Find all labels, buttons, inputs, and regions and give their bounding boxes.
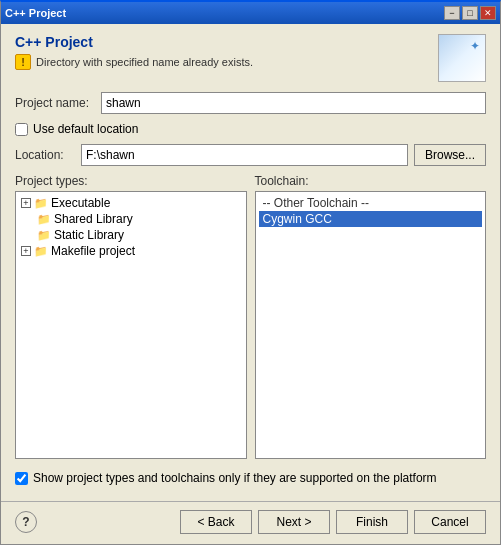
tree-item-shared-library[interactable]: 📁 Shared Library	[19, 211, 243, 227]
content-area: C++ Project ! Directory with specified n…	[1, 24, 500, 499]
footer-buttons: < Back Next > Finish Cancel	[180, 510, 486, 534]
window-title: C++ Project	[15, 34, 253, 50]
panels-area: Project types: + 📁 Executable 📁 Shared L…	[15, 174, 486, 459]
folder-icon-shared-library: 📁	[37, 213, 51, 226]
warning-icon: !	[15, 54, 31, 70]
footer-divider	[1, 501, 500, 502]
footer: ? < Back Next > Finish Cancel	[1, 504, 500, 544]
back-button[interactable]: < Back	[180, 510, 252, 534]
project-name-row: Project name:	[15, 92, 486, 114]
tree-text-executable: Executable	[51, 196, 110, 210]
browse-button[interactable]: Browse...	[414, 144, 486, 166]
maximize-button[interactable]: □	[462, 6, 478, 20]
location-label: Location:	[15, 148, 75, 162]
platform-filter-label: Show project types and toolchains only i…	[33, 471, 437, 485]
titlebar: C++ Project − □ ✕	[1, 2, 500, 24]
use-default-checkbox[interactable]	[15, 123, 28, 136]
folder-icon-static-library: 📁	[37, 229, 51, 242]
tree-item-makefile[interactable]: + 📁 Makefile project	[19, 243, 243, 259]
location-input[interactable]	[81, 144, 408, 166]
expand-icon-makefile[interactable]: +	[21, 246, 31, 256]
project-types-section: Project types: + 📁 Executable 📁 Shared L…	[15, 174, 247, 459]
project-types-panel[interactable]: + 📁 Executable 📁 Shared Library 📁 Static…	[15, 191, 247, 459]
location-row: Location: Browse...	[15, 144, 486, 166]
toolchain-section: Toolchain: -- Other Toolchain -- Cygwin …	[255, 174, 487, 459]
cancel-button[interactable]: Cancel	[414, 510, 486, 534]
minimize-button[interactable]: −	[444, 6, 460, 20]
header-left: C++ Project ! Directory with specified n…	[15, 34, 253, 70]
titlebar-title: C++ Project	[5, 7, 66, 19]
toolchain-separator: -- Other Toolchain --	[259, 195, 483, 211]
tree-text-static-library: Static Library	[54, 228, 124, 242]
warning-message: Directory with specified name already ex…	[36, 56, 253, 68]
folder-icon-makefile: 📁	[34, 245, 48, 258]
footer-left: ?	[15, 511, 37, 533]
tree-item-executable[interactable]: + 📁 Executable	[19, 195, 243, 211]
use-default-row: Use default location	[15, 122, 486, 136]
finish-button[interactable]: Finish	[336, 510, 408, 534]
close-button[interactable]: ✕	[480, 6, 496, 20]
project-name-label: Project name:	[15, 96, 95, 110]
titlebar-buttons: − □ ✕	[444, 6, 496, 20]
tree-item-static-library[interactable]: 📁 Static Library	[19, 227, 243, 243]
help-button[interactable]: ?	[15, 511, 37, 533]
header-area: C++ Project ! Directory with specified n…	[15, 34, 486, 82]
next-button[interactable]: Next >	[258, 510, 330, 534]
main-window: C++ Project − □ ✕ C++ Project ! Director…	[0, 0, 501, 545]
folder-icon-executable: 📁	[34, 197, 48, 210]
toolchain-item-cygwin[interactable]: Cygwin GCC	[259, 211, 483, 227]
project-icon	[438, 34, 486, 82]
tree-text-makefile: Makefile project	[51, 244, 135, 258]
bottom-checkbox-row: Show project types and toolchains only i…	[15, 467, 486, 489]
use-default-label: Use default location	[33, 122, 138, 136]
project-name-input[interactable]	[101, 92, 486, 114]
expand-icon-executable[interactable]: +	[21, 198, 31, 208]
project-types-label: Project types:	[15, 174, 247, 188]
toolchain-label: Toolchain:	[255, 174, 487, 188]
tree-text-shared-library: Shared Library	[54, 212, 133, 226]
toolchain-panel[interactable]: -- Other Toolchain -- Cygwin GCC	[255, 191, 487, 459]
warning-row: ! Directory with specified name already …	[15, 54, 253, 70]
platform-filter-checkbox[interactable]	[15, 472, 28, 485]
